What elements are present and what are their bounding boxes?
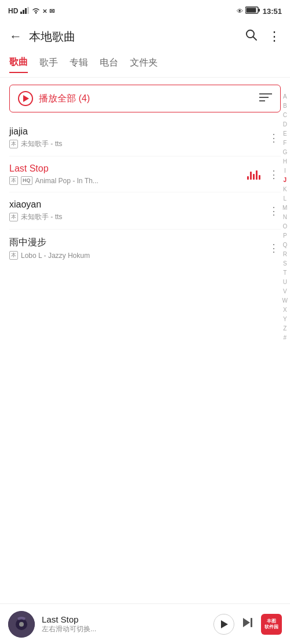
- song-list: jiajia 本 未知歌手 - tts ⋮ Last Stop 本 HQ Ani…: [0, 119, 290, 267]
- play-all-bar[interactable]: 播放全部 (4): [9, 85, 281, 112]
- alpha-V[interactable]: V: [283, 288, 287, 296]
- song-artist-album: 未知歌手 - tts: [21, 139, 62, 149]
- alpha-L[interactable]: L: [283, 195, 287, 203]
- song-info: Last Stop 本 HQ Animal Pop - In Th...: [9, 163, 247, 185]
- local-icon: 本: [9, 140, 18, 148]
- alpha-D[interactable]: D: [283, 121, 287, 129]
- list-item[interactable]: Last Stop 本 HQ Animal Pop - In Th... ⋮: [9, 157, 281, 192]
- header: ← 本地歌曲 ⋮: [0, 21, 290, 52]
- list-item[interactable]: 雨中漫步 本 Lobo L - Jazzy Hokum ⋮: [9, 230, 281, 267]
- alpha-C[interactable]: C: [283, 111, 287, 119]
- wifi-icon: [32, 7, 40, 16]
- tab-albums[interactable]: 专辑: [70, 57, 88, 72]
- more-menu-button[interactable]: ⋮: [268, 29, 281, 44]
- player-next-button[interactable]: [241, 616, 254, 632]
- battery-icon: [245, 6, 260, 16]
- player-avatar: [8, 611, 35, 638]
- more-options-button[interactable]: ⋮: [266, 129, 281, 147]
- alpha-A[interactable]: A: [283, 93, 287, 101]
- player-play-button[interactable]: [213, 614, 234, 635]
- song-title: jiajia: [9, 126, 266, 137]
- alpha-T[interactable]: T: [283, 269, 287, 277]
- alpha-F[interactable]: F: [283, 139, 287, 147]
- svg-rect-1: [23, 10, 24, 14]
- bottom-player: Last Stop 左右滑动可切换... 丰图 软件园: [0, 603, 290, 644]
- alpha-Z[interactable]: Z: [283, 325, 287, 333]
- alpha-hash[interactable]: #: [283, 334, 287, 342]
- alpha-P[interactable]: P: [283, 232, 287, 240]
- song-title: Last Stop: [9, 163, 247, 174]
- alpha-O[interactable]: O: [282, 223, 287, 231]
- more-options-button[interactable]: ⋮: [266, 202, 281, 220]
- sort-icon[interactable]: [259, 92, 272, 105]
- play-all-triangle-icon: [23, 95, 29, 102]
- alpha-M[interactable]: M: [282, 204, 287, 212]
- svg-rect-17: [251, 618, 252, 627]
- alpha-J[interactable]: J: [283, 176, 287, 184]
- eq-bar-2: [250, 172, 252, 180]
- local-icon: 本: [9, 176, 18, 185]
- alpha-S[interactable]: S: [283, 260, 287, 268]
- song-meta: 本 Lobo L - Jazzy Hokum: [9, 251, 266, 260]
- brand-line1: 丰图: [264, 618, 278, 624]
- alpha-Q[interactable]: Q: [282, 241, 287, 249]
- svg-line-9: [253, 37, 257, 41]
- player-play-icon: [221, 620, 228, 628]
- status-right: 👁 13:51: [237, 6, 282, 16]
- alpha-G[interactable]: G: [282, 148, 287, 157]
- svg-rect-6: [258, 9, 260, 12]
- svg-point-4: [35, 12, 37, 13]
- more-options-button[interactable]: ⋮: [266, 239, 281, 257]
- alpha-R[interactable]: R: [283, 250, 287, 259]
- alpha-U[interactable]: U: [283, 278, 287, 286]
- alpha-N[interactable]: N: [283, 213, 287, 221]
- alpha-X[interactable]: X: [283, 306, 287, 314]
- eq-bar-4: [256, 170, 258, 180]
- sim-icon: ✕: [42, 8, 47, 14]
- alpha-W[interactable]: W: [282, 297, 288, 305]
- svg-rect-7: [246, 8, 256, 13]
- search-button[interactable]: [245, 28, 258, 45]
- player-subtitle: 左右滑动可切换...: [42, 624, 206, 634]
- player-controls: [213, 614, 254, 635]
- more-options-button[interactable]: ⋮: [266, 166, 281, 183]
- tab-bar: 歌曲 歌手 专辑 电台 文件夹: [0, 52, 290, 78]
- list-item[interactable]: jiajia 本 未知歌手 - tts ⋮: [9, 119, 281, 157]
- svg-rect-0: [20, 12, 22, 14]
- alphabet-sidebar: A B C D E F G H I J K L M N O P Q R S T …: [282, 93, 288, 342]
- alpha-I[interactable]: I: [284, 167, 286, 175]
- status-left: HD ✕ ✉: [8, 7, 55, 16]
- local-icon: 本: [9, 251, 18, 260]
- alpha-H[interactable]: H: [283, 158, 287, 166]
- alpha-Y[interactable]: Y: [283, 315, 287, 323]
- hq-badge: HQ: [21, 176, 32, 185]
- time-display: 13:51: [263, 7, 282, 16]
- alpha-K[interactable]: K: [283, 185, 287, 194]
- signal-icon: [20, 7, 30, 16]
- song-title: xiaoyan: [9, 199, 266, 210]
- tab-folders[interactable]: 文件夹: [130, 57, 158, 72]
- tab-songs[interactable]: 歌曲: [9, 56, 28, 73]
- song-artist-album: 未知歌手 - tts: [21, 212, 62, 222]
- song-info: jiajia 本 未知歌手 - tts: [9, 126, 266, 149]
- tab-radio[interactable]: 电台: [100, 57, 118, 72]
- eq-bar-5: [259, 175, 260, 180]
- player-song-title: Last Stop: [42, 614, 206, 624]
- song-meta: 本 未知歌手 - tts: [9, 212, 266, 222]
- alpha-E[interactable]: E: [283, 130, 287, 138]
- play-all-left: 播放全部 (4): [18, 91, 90, 106]
- brand-logo: 丰图 软件园: [261, 614, 282, 635]
- back-button[interactable]: ←: [9, 29, 22, 44]
- eq-bar-1: [247, 176, 249, 180]
- song-artist-album: Lobo L - Jazzy Hokum: [21, 252, 90, 260]
- eq-bar-3: [253, 174, 255, 180]
- page-title: 本地歌曲: [29, 29, 245, 45]
- alpha-B[interactable]: B: [283, 102, 287, 110]
- list-item[interactable]: xiaoyan 本 未知歌手 - tts ⋮: [9, 192, 281, 230]
- song-right: ⋮: [247, 166, 281, 183]
- svg-marker-16: [243, 618, 250, 627]
- tab-artists[interactable]: 歌手: [39, 57, 58, 72]
- song-meta: 本 HQ Animal Pop - In Th...: [9, 176, 247, 185]
- status-bar: HD ✕ ✉ 👁 13:51: [0, 0, 290, 21]
- song-right: ⋮: [266, 239, 281, 257]
